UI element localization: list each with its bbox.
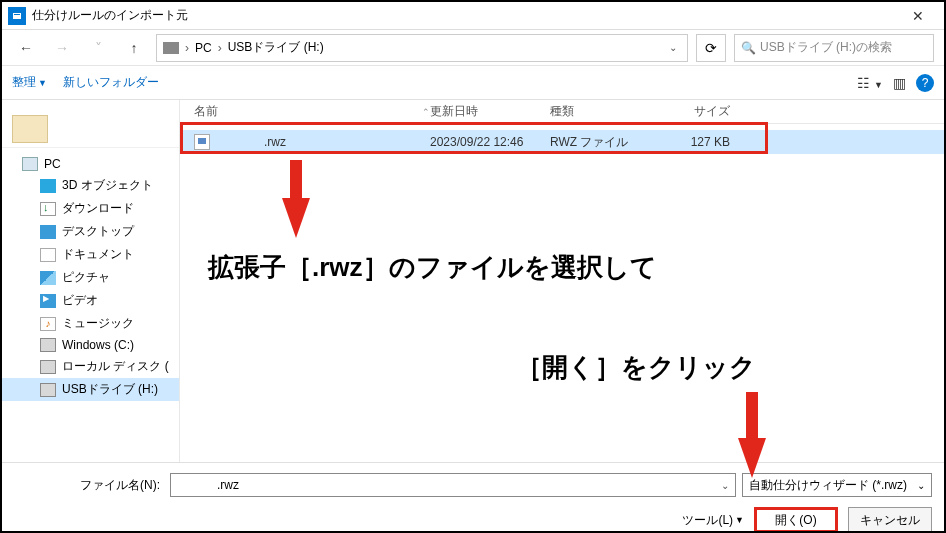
refresh-button[interactable]: ⟳	[696, 34, 726, 62]
file-name: .rwz	[264, 135, 286, 149]
search-placeholder: USBドライブ (H:)の検索	[760, 39, 892, 56]
music-icon: ♪	[40, 317, 56, 331]
column-type[interactable]: 種類	[550, 103, 660, 120]
annotation-arrowhead-2	[738, 438, 766, 478]
filename-input[interactable]: .rwz ⌄	[170, 473, 736, 497]
search-input[interactable]: 🔍 USBドライブ (H:)の検索	[734, 34, 934, 62]
preview-pane-button[interactable]: ▥	[893, 75, 906, 91]
tree-node-pc[interactable]: PC	[2, 154, 179, 174]
chevron-down-icon: ▼	[735, 515, 744, 525]
forward-button: →	[48, 34, 76, 62]
cancel-button[interactable]: キャンセル	[848, 507, 932, 533]
address-bar[interactable]: › PC › USBドライブ (H:) ⌄	[156, 34, 688, 62]
drive-icon	[40, 383, 56, 397]
pc-icon	[22, 157, 38, 171]
filetype-select[interactable]: 自動仕分けウィザード (*.rwz) ⌄	[742, 473, 932, 497]
window-title: 仕分けルールのインポート元	[32, 7, 898, 24]
document-icon	[40, 248, 56, 262]
navigation-tree: PC 3D オブジェクト ダウンロード デスクトップ ドキュメント	[2, 100, 180, 462]
file-size: 127 KB	[660, 135, 740, 149]
tree-node-3d[interactable]: 3D オブジェクト	[2, 174, 179, 197]
video-icon	[40, 294, 56, 308]
back-button[interactable]: ←	[12, 34, 40, 62]
tree-node-videos[interactable]: ビデオ	[2, 289, 179, 312]
file-type: RWZ ファイル	[550, 134, 660, 151]
app-icon	[8, 7, 26, 25]
annotation-arrow-1	[290, 160, 302, 200]
filename-label: ファイル名(N):	[14, 477, 164, 494]
annotation-text-1: 拡張子［.rwz］のファイルを選択して	[208, 250, 657, 285]
drive-icon	[40, 338, 56, 352]
organize-menu[interactable]: 整理▼	[12, 74, 47, 91]
column-name[interactable]: 名前 ⌃	[180, 103, 430, 120]
tree-node-usb[interactable]: USBドライブ (H:)	[2, 378, 179, 401]
column-headers: 名前 ⌃ 更新日時 種類 サイズ	[180, 100, 944, 124]
quick-access-thumb	[12, 115, 48, 143]
tree-node-documents[interactable]: ドキュメント	[2, 243, 179, 266]
sort-asc-icon: ⌃	[422, 107, 430, 117]
address-dropdown-icon[interactable]: ⌄	[665, 42, 681, 53]
new-folder-button[interactable]: 新しいフォルダー	[63, 74, 159, 91]
tree-node-cdrive[interactable]: Windows (C:)	[2, 335, 179, 355]
chevron-right-icon: ›	[183, 41, 191, 55]
cube-icon	[40, 179, 56, 193]
history-dropdown[interactable]: ˅	[84, 34, 112, 62]
file-row[interactable]: .rwz 2023/09/22 12:46 RWZ ファイル 127 KB	[180, 130, 944, 154]
tree-node-music[interactable]: ♪ ミュージック	[2, 312, 179, 335]
drive-icon	[163, 42, 179, 54]
filename-dropdown-icon[interactable]: ⌄	[721, 480, 729, 491]
view-options-button[interactable]: ☷ ▼	[857, 75, 883, 91]
annotation-text-2: ［開く］をクリック	[516, 350, 756, 385]
help-button[interactable]: ?	[916, 74, 934, 92]
picture-icon	[40, 271, 56, 285]
search-icon: 🔍	[741, 41, 756, 55]
annotation-arrow-2	[746, 392, 758, 440]
column-date[interactable]: 更新日時	[430, 103, 550, 120]
close-button[interactable]: ✕	[898, 4, 938, 28]
annotation-arrowhead-1	[282, 198, 310, 238]
chevron-down-icon: ⌄	[917, 480, 925, 491]
column-size[interactable]: サイズ	[660, 103, 740, 120]
file-icon	[194, 134, 210, 150]
tree-node-downloads[interactable]: ダウンロード	[2, 197, 179, 220]
desktop-icon	[40, 225, 56, 239]
tree-node-localdisk[interactable]: ローカル ディスク (	[2, 355, 179, 378]
drive-icon	[40, 360, 56, 374]
download-icon	[40, 202, 56, 216]
open-button[interactable]: 開く(O)	[754, 507, 838, 533]
file-date: 2023/09/22 12:46	[430, 135, 550, 149]
up-button[interactable]: ↑	[120, 34, 148, 62]
chevron-down-icon: ▼	[38, 78, 47, 88]
address-root[interactable]: PC	[195, 41, 212, 55]
svg-rect-1	[13, 13, 21, 19]
address-path[interactable]: USBドライブ (H:)	[228, 39, 324, 56]
tools-menu[interactable]: ツール(L) ▼	[682, 512, 744, 529]
svg-rect-2	[14, 14, 20, 15]
chevron-right-icon: ›	[216, 41, 224, 55]
tree-node-pictures[interactable]: ピクチャ	[2, 266, 179, 289]
tree-node-desktop[interactable]: デスクトップ	[2, 220, 179, 243]
